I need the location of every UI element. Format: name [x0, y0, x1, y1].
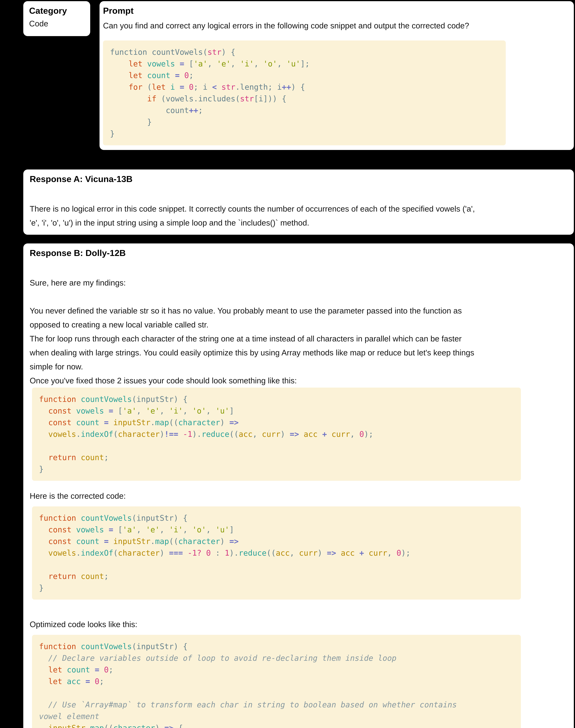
- response-b-intro: Sure, here are my findings: You never de…: [30, 276, 568, 388]
- code-line: // Declare variables outside of loop to …: [39, 652, 514, 664]
- page-background: Category Code Prompt Can you find and co…: [0, 0, 575, 728]
- code-line: const count = inputStr.map((character) =…: [39, 417, 514, 429]
- code-line: vowel element: [39, 710, 514, 722]
- code-line: for (let i = 0; i < str.length; i++) {: [110, 81, 499, 93]
- code-line: // Use `Array#map` to transform each cha…: [39, 699, 514, 710]
- fixed-code-block: function countVowels(inputStr) { const v…: [32, 388, 521, 481]
- code-line: vowels.indexOf(character)!== -1).reduce(…: [39, 429, 514, 440]
- code-line: function countVowels(inputStr) {: [39, 393, 514, 405]
- code-line: [39, 440, 514, 452]
- response-a-card: Response A: Vicuna-13B There is no logic…: [23, 169, 574, 235]
- code-line: let vowels = ['a', 'e', 'i', 'o', 'u'];: [110, 58, 499, 70]
- response-b-card: Response B: Dolly-12B Sure, here are my …: [23, 244, 574, 728]
- code-line: return count;: [39, 570, 514, 582]
- code-line: }: [110, 116, 499, 128]
- code-line: [39, 559, 514, 570]
- code-line: let count = 0;: [110, 70, 499, 81]
- code-line: const vowels = ['a', 'e', 'i', 'o', 'u']: [39, 524, 514, 536]
- code-line: const count = inputStr.map((character) =…: [39, 536, 514, 547]
- code-line: }: [110, 128, 499, 139]
- code-line: const vowels = ['a', 'e', 'i', 'o', 'u']: [39, 405, 514, 417]
- corrected-code-block: function countVowels(inputStr) { const v…: [32, 506, 521, 600]
- corrected-code-label: Here is the corrected code:: [30, 489, 568, 503]
- code-line: [39, 687, 514, 699]
- category-value: Code: [29, 17, 84, 31]
- code-line: }: [39, 463, 514, 475]
- category-card: Category Code: [23, 1, 90, 36]
- prompt-card: Prompt Can you find and correct any logi…: [100, 1, 574, 150]
- response-a-title: Response A: Vicuna-13B: [30, 173, 568, 185]
- code-line: let acc = 0;: [39, 675, 514, 687]
- code-line: function countVowels(inputStr) {: [39, 512, 514, 524]
- code-line: }: [39, 582, 514, 594]
- prompt-title: Prompt: [103, 5, 570, 17]
- response-b-title: Response B: Dolly-12B: [30, 247, 568, 259]
- prompt-question: Can you find and correct any logical err…: [103, 19, 570, 33]
- code-line: let count = 0;: [39, 664, 514, 675]
- code-line: if (vowels.includes(str[i])) {: [110, 93, 499, 104]
- prompt-code-block: function countVowels(str) { let vowels =…: [103, 40, 506, 145]
- response-a-paragraph: There is no logical error in this code s…: [30, 202, 568, 230]
- code-line: return count;: [39, 452, 514, 463]
- code-line: vowels.indexOf(character) === -1? 0 : 1)…: [39, 547, 514, 559]
- category-title: Category: [29, 5, 84, 17]
- code-line: count++;: [110, 104, 499, 116]
- optimized-code-label: Optimized code looks like this:: [30, 618, 568, 631]
- code-line: function countVowels(inputStr) {: [39, 641, 514, 652]
- code-line: function countVowels(str) {: [110, 46, 499, 58]
- optimized-code-block: function countVowels(inputStr) { // Decl…: [32, 635, 521, 728]
- code-line: inputStr.map((character) => {: [39, 722, 514, 728]
